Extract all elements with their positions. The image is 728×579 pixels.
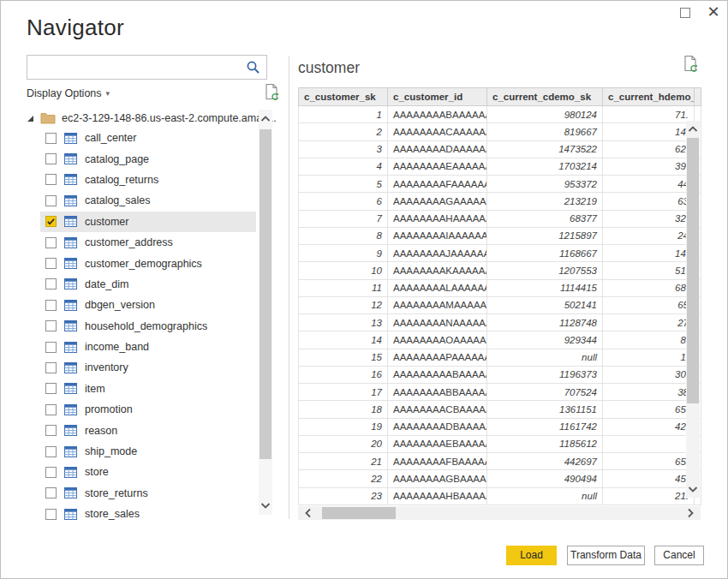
tree-expander-icon[interactable]	[27, 116, 33, 122]
checkbox-income_band[interactable]	[45, 342, 57, 353]
checkbox-catalog_sales[interactable]	[45, 195, 57, 206]
cell-hdemo-sk: 14.	[603, 123, 695, 140]
tree-item-customer_demographics[interactable]: customer_demographics	[40, 253, 256, 273]
cell-customer-id: AAAAAAAAHBAAAAAA	[388, 487, 487, 504]
scroll-up-icon[interactable]	[686, 122, 700, 136]
tree-item-household_demographics[interactable]: household_demographics	[40, 316, 256, 337]
checkbox-dbgen_version[interactable]	[45, 300, 57, 311]
tree-item-catalog_page[interactable]: catalog_page	[40, 148, 256, 169]
display-options-dropdown[interactable]: Display Options▾	[27, 87, 110, 99]
cell-row-number: 2	[299, 123, 388, 140]
checkbox-catalog_page[interactable]	[45, 153, 57, 164]
tree-item-store_returns[interactable]: store_returns	[40, 483, 256, 504]
table-horizontal-scrollbar[interactable]	[298, 506, 701, 520]
column-header-customer-id[interactable]: c_customer_id	[388, 88, 487, 106]
cell-row-number: 20	[299, 435, 388, 452]
scroll-right-icon[interactable]	[683, 506, 697, 520]
tree-item-dbgen_version[interactable]: dbgen_version	[40, 295, 256, 315]
tree-item-ship_mode[interactable]: ship_mode	[40, 441, 256, 462]
left-scrollbar[interactable]	[259, 110, 272, 515]
checkbox-date_dim[interactable]	[45, 278, 57, 290]
tree-item-store_sales[interactable]: store_sales	[40, 504, 256, 524]
cell-row-number: 6	[299, 193, 388, 210]
search-box[interactable]	[27, 55, 267, 80]
panel-divider	[289, 56, 289, 519]
column-header-cdemo-sk[interactable]: c_current_cdemo_sk	[487, 88, 603, 106]
table-row: 18AAAAAAAACBAAAAAA136115165.	[299, 401, 701, 418]
tree-item-date_dim[interactable]: date_dim	[40, 274, 256, 295]
checkbox-store_sales[interactable]	[45, 509, 57, 520]
tree-item-customer_address[interactable]: customer_address	[40, 232, 256, 253]
tree-item-promotion[interactable]: promotion	[40, 399, 256, 420]
scroll-left-icon[interactable]	[301, 506, 315, 520]
checkbox-inventory[interactable]	[45, 362, 57, 373]
cell-row-number: 10	[299, 262, 388, 279]
column-header-customer-sk[interactable]: c_customer_sk	[299, 88, 388, 106]
tree-item-store[interactable]: store	[40, 462, 256, 482]
scrollbar-thumb[interactable]	[687, 138, 699, 403]
table-icon	[64, 362, 77, 373]
tree-item-call_center[interactable]: call_center	[40, 128, 256, 148]
data-preview-table: c_customer_sk c_customer_id c_current_cd…	[298, 87, 701, 505]
cell-customer-id: AAAAAAAAJAAAAAAA	[388, 245, 487, 262]
tree-item-inventory[interactable]: inventory	[40, 357, 256, 378]
cell-customer-id: AAAAAAAANAAAAAAA	[388, 314, 487, 331]
cell-customer-id: AAAAAAAAGAAAAAAA	[388, 193, 487, 210]
refresh-preview-icon[interactable]	[264, 83, 280, 101]
cell-customer-id: AAAAAAAAHAAAAAAA	[388, 210, 487, 227]
transform-data-button[interactable]: Transform Data	[567, 546, 645, 565]
checkbox-item[interactable]	[45, 383, 57, 394]
checkbox-store[interactable]	[45, 467, 57, 478]
tree-item-label: date_dim	[85, 278, 128, 290]
scrollbar-thumb[interactable]	[322, 507, 396, 519]
checkbox-customer[interactable]	[45, 216, 57, 227]
checkbox-customer_address[interactable]	[45, 237, 57, 248]
maximize-button[interactable]	[680, 8, 690, 18]
checkbox-household_demographics[interactable]	[45, 320, 57, 331]
scrollbar-thumb[interactable]	[260, 129, 272, 459]
tree-item-catalog_sales[interactable]: catalog_sales	[40, 190, 256, 211]
cancel-button[interactable]: Cancel	[654, 546, 704, 565]
checkbox-store_returns[interactable]	[45, 487, 57, 498]
table-vertical-scrollbar[interactable]	[686, 121, 700, 498]
cell-hdemo-sk: 30.	[603, 366, 695, 383]
cell-hdemo-sk: 65.	[603, 401, 695, 418]
checkbox-promotion[interactable]	[45, 404, 57, 415]
cell-hdemo-sk: 32.	[603, 210, 695, 227]
scroll-up-icon[interactable]	[259, 112, 272, 126]
checkbox-ship_mode[interactable]	[45, 446, 57, 457]
tree-item-customer[interactable]: customer	[40, 212, 256, 232]
close-icon[interactable]: ✕	[705, 3, 722, 21]
tree-item-label: reason	[85, 425, 117, 437]
checkbox-customer_demographics[interactable]	[45, 258, 57, 269]
cell-customer-id: AAAAAAAAPAAAAAAA	[388, 349, 487, 366]
cell-customer-id: AAAAAAAAKAAAAAAA	[388, 262, 487, 279]
tree-root-server[interactable]: ec2-3-129-148-86.us-east-2.compute.amaz.…	[27, 109, 277, 128]
cell-cdemo-sk: 1361151	[487, 401, 603, 418]
scroll-down-icon[interactable]	[259, 498, 272, 512]
cell-cdemo-sk: 1114415	[487, 279, 603, 296]
cell-customer-id: AAAAAAAAIAAAAAAA	[388, 227, 487, 244]
table-icon	[64, 446, 77, 457]
scroll-down-icon[interactable]	[686, 482, 700, 496]
search-icon[interactable]	[246, 60, 260, 75]
checkbox-reason[interactable]	[45, 425, 57, 436]
table-row: 6AAAAAAAAGAAAAAAA21321963	[299, 193, 701, 210]
tree-item-item[interactable]: item	[40, 379, 256, 399]
cell-cdemo-sk: 819667	[487, 123, 603, 140]
tree-item-label: dbgen_version	[85, 299, 155, 311]
checkbox-call_center[interactable]	[45, 133, 57, 144]
refresh-table-icon[interactable]	[683, 55, 699, 73]
load-button[interactable]: Load	[506, 546, 557, 565]
chevron-down-icon: ▾	[106, 89, 110, 98]
cell-row-number: 3	[299, 140, 388, 158]
page-title: Navigator	[27, 15, 124, 41]
search-input[interactable]	[27, 56, 246, 79]
tree-item-income_band[interactable]: income_band	[40, 337, 256, 357]
tree-item-reason[interactable]: reason	[40, 420, 256, 440]
checkbox-catalog_returns[interactable]	[45, 174, 57, 185]
column-header-hdemo-sk[interactable]: c_current_hdemo_sk	[603, 88, 695, 106]
table-row: 22AAAAAAAAGBAAAAAA49049445.	[299, 470, 701, 487]
tree-item-catalog_returns[interactable]: catalog_returns	[40, 170, 256, 190]
cell-hdemo-sk: 1.	[603, 349, 695, 366]
